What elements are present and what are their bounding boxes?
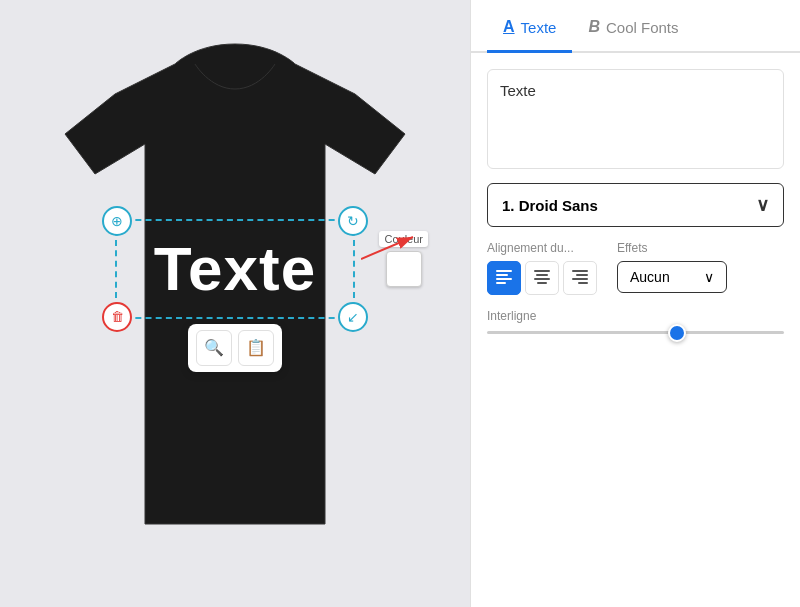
panel-content: Texte 1. Droid Sans ∨ Alignement du... <box>471 53 800 350</box>
interligne-label: Interligne <box>487 309 784 323</box>
align-right-icon <box>572 270 588 287</box>
svg-rect-9 <box>537 282 547 284</box>
alignment-buttons <box>487 261 597 295</box>
effects-value: Aucun <box>630 269 670 285</box>
tab-texte[interactable]: A Texte <box>487 0 572 53</box>
svg-rect-2 <box>496 270 512 272</box>
alignment-group: Alignement du... <box>487 241 597 295</box>
align-center-icon <box>534 270 550 287</box>
svg-rect-4 <box>496 278 512 280</box>
rotate-icon: ↻ <box>347 213 359 229</box>
tshirt-container: ⊕ ↻ 🗑 ↙ Couleur <box>45 34 425 574</box>
copy-icon: 📋 <box>246 338 266 357</box>
effects-label: Effets <box>617 241 727 255</box>
interligne-section: Interligne <box>487 309 784 334</box>
trash-icon: 🗑 <box>111 309 124 324</box>
slider-container <box>487 331 784 334</box>
align-center-button[interactable] <box>525 261 559 295</box>
svg-rect-11 <box>576 274 588 276</box>
tshirt-text-selection[interactable]: ⊕ ↻ 🗑 ↙ Couleur <box>115 219 355 319</box>
tab-texte-label: Texte <box>521 19 557 36</box>
align-right-button[interactable] <box>563 261 597 295</box>
move-icon: ⊕ <box>111 213 123 229</box>
scale-handle[interactable]: ↙ <box>338 302 368 332</box>
couleur-popup: Couleur <box>379 231 428 287</box>
svg-rect-3 <box>496 274 508 276</box>
effects-group: Effets Aucun ∨ <box>617 241 727 293</box>
rotate-handle[interactable]: ↻ <box>338 206 368 236</box>
right-panel: A Texte B Cool Fonts Texte 1. Droid Sans… <box>470 0 800 607</box>
svg-rect-7 <box>536 274 548 276</box>
couleur-label: Couleur <box>379 231 428 247</box>
text-input[interactable]: Texte <box>487 69 784 169</box>
effects-dropdown[interactable]: Aucun ∨ <box>617 261 727 293</box>
delete-handle[interactable]: 🗑 <box>102 302 132 332</box>
scale-icon: ↙ <box>347 309 359 325</box>
align-left-icon <box>496 270 512 287</box>
cool-fonts-tab-icon: B <box>588 18 600 36</box>
tshirt-display-text: Texte <box>154 233 316 304</box>
alignment-label: Alignement du... <box>487 241 597 255</box>
font-dropdown-arrow-icon: ∨ <box>756 194 769 216</box>
search-icon: 🔍 <box>204 338 224 357</box>
move-handle[interactable]: ⊕ <box>102 206 132 236</box>
controls-row: Alignement du... <box>487 241 784 295</box>
svg-rect-13 <box>578 282 588 284</box>
texte-tab-icon: A <box>503 18 515 36</box>
svg-rect-12 <box>572 278 588 280</box>
tab-cool-fonts[interactable]: B Cool Fonts <box>572 0 694 53</box>
effects-dropdown-arrow-icon: ∨ <box>704 269 714 285</box>
svg-rect-5 <box>496 282 506 284</box>
tabs-bar: A Texte B Cool Fonts <box>471 0 800 53</box>
couleur-swatch[interactable] <box>386 251 422 287</box>
align-left-button[interactable] <box>487 261 521 295</box>
font-dropdown[interactable]: 1. Droid Sans ∨ <box>487 183 784 227</box>
svg-rect-10 <box>572 270 588 272</box>
tshirt-panel: ⊕ ↻ 🗑 ↙ Couleur <box>0 0 470 607</box>
svg-rect-8 <box>534 278 550 280</box>
svg-rect-6 <box>534 270 550 272</box>
search-button[interactable]: 🔍 <box>196 330 232 366</box>
interligne-slider[interactable] <box>487 331 784 334</box>
copy-button[interactable]: 📋 <box>238 330 274 366</box>
text-toolbar: 🔍 📋 <box>188 324 282 372</box>
tab-cool-fonts-label: Cool Fonts <box>606 19 679 36</box>
font-dropdown-label: 1. Droid Sans <box>502 197 598 214</box>
